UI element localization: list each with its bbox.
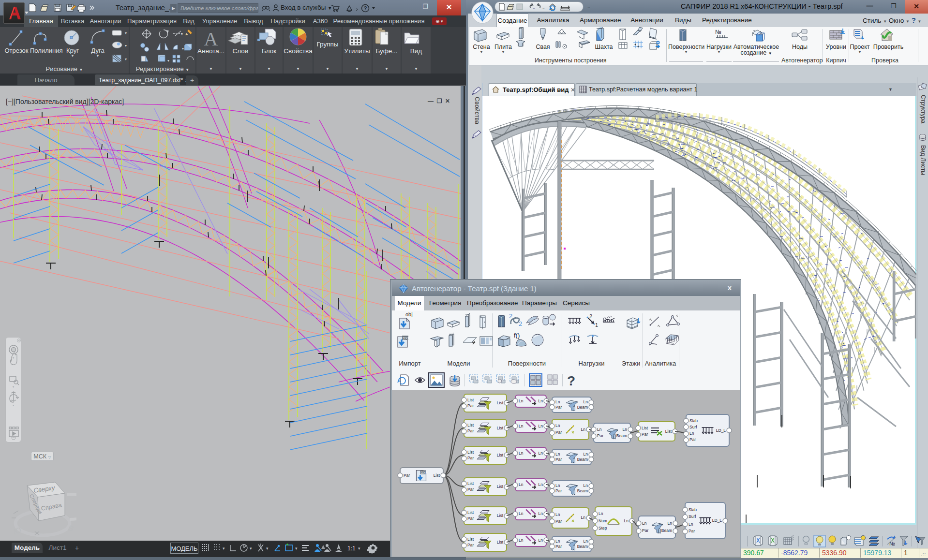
svg-text:Ln: Ln — [584, 452, 588, 457]
svg-text:Ln: Ln — [624, 518, 629, 523]
svg-text:Ln: Ln — [581, 515, 586, 520]
svg-text:А: А — [204, 28, 218, 48]
svg-text:▾: ▾ — [182, 46, 184, 51]
svg-text:List: List — [497, 513, 504, 518]
svg-text:▾: ▾ — [266, 546, 269, 551]
svg-text:2: 2 — [589, 313, 592, 319]
svg-text:Ln: Ln — [519, 511, 524, 516]
svg-text:List: List — [467, 481, 474, 486]
svg-text:Ln: Ln — [584, 399, 588, 404]
svg-text:Ln: Ln — [584, 539, 588, 544]
svg-text:List: List — [467, 537, 474, 542]
svg-text:2: 2 — [519, 320, 522, 327]
svg-text:Par: Par — [467, 516, 474, 521]
svg-text:Beam: Beam — [616, 433, 627, 438]
svg-text:Par: Par — [555, 430, 562, 435]
svg-text:Par: Par — [467, 487, 474, 492]
svg-text:⌄: ⌄ — [532, 6, 536, 10]
svg-text:Par: Par — [555, 488, 562, 493]
svg-text:▾: ▾ — [181, 32, 183, 36]
svg-text:Ln: Ln — [539, 451, 543, 456]
svg-text:▾: ▾ — [223, 546, 225, 551]
svg-text:Ln: Ln — [519, 398, 524, 403]
svg-text:Par: Par — [689, 437, 696, 442]
svg-text:?: ? — [364, 5, 367, 11]
svg-text:Beam: Beam — [661, 528, 672, 533]
svg-text:Ln: Ln — [599, 511, 603, 516]
svg-text:obj: obj — [405, 311, 413, 317]
svg-text:Par: Par — [467, 403, 474, 408]
svg-text:DXF: DXF — [403, 336, 410, 340]
svg-text:List: List — [467, 398, 474, 402]
svg-text:№: № — [889, 541, 895, 546]
svg-text:▾: ▾ — [125, 57, 127, 61]
svg-text:Ln: Ln — [519, 538, 524, 543]
svg-text:№: № — [715, 29, 721, 35]
svg-text:Par: Par — [642, 528, 648, 533]
svg-text:Surf: Surf — [689, 425, 697, 429]
svg-text:▾: ▾ — [167, 59, 169, 63]
svg-text:Ln: Ln — [623, 427, 628, 432]
svg-text:Ln: Ln — [689, 522, 693, 527]
svg-text:f(): f() — [514, 332, 520, 339]
svg-text:▾: ▾ — [358, 546, 360, 551]
svg-text:Ln: Ln — [642, 521, 647, 526]
svg-text:▾: ▾ — [295, 546, 298, 551]
svg-text:LD_L: LD_L — [716, 428, 726, 433]
svg-text:1:1: 1:1 — [347, 545, 356, 552]
svg-text:1: 1 — [595, 322, 598, 328]
svg-text:▾: ▾ — [125, 44, 127, 48]
svg-text:Par: Par — [689, 529, 695, 533]
svg-text:Ln: Ln — [689, 431, 694, 436]
svg-text:List: List — [497, 484, 504, 489]
svg-text:Ln: Ln — [539, 511, 543, 516]
svg-text:Ln: Ln — [539, 398, 543, 403]
svg-text:Par: Par — [555, 519, 562, 524]
svg-text:List: List — [497, 426, 504, 430]
svg-text:Par: Par — [404, 473, 410, 478]
svg-text:Step: Step — [599, 526, 607, 531]
svg-text:List: List — [665, 429, 672, 434]
svg-text:▾: ▾ — [13, 356, 14, 359]
svg-text:Ln: Ln — [597, 427, 602, 432]
svg-text:2: 2 — [509, 312, 512, 320]
svg-text:Beam: Beam — [577, 544, 588, 549]
svg-text:Ln: Ln — [555, 423, 560, 428]
svg-text:Num: Num — [599, 518, 607, 523]
svg-text:Par: Par — [555, 405, 562, 410]
svg-text:Ln: Ln — [555, 452, 560, 457]
svg-text:Par: Par — [642, 432, 648, 437]
svg-text:?: ? — [567, 373, 575, 388]
svg-text:Ln: Ln — [519, 482, 524, 487]
svg-text:Ln: Ln — [555, 539, 560, 544]
svg-text:Slab: Slab — [689, 507, 697, 512]
svg-text:▾: ▾ — [125, 31, 127, 35]
svg-text:Par: Par — [467, 456, 474, 460]
svg-text:Ю: Ю — [12, 526, 23, 536]
svg-text:Ln: Ln — [555, 483, 560, 488]
svg-text:Ln: Ln — [539, 424, 543, 428]
svg-text:List: List — [497, 540, 504, 545]
svg-text:List: List — [434, 473, 440, 478]
svg-text:▾: ▾ — [13, 385, 14, 388]
svg-text:Par: Par — [555, 457, 562, 462]
svg-text:Ln: Ln — [539, 482, 543, 487]
svg-text:Par: Par — [555, 544, 562, 549]
svg-text:Ln: Ln — [584, 483, 588, 488]
svg-text:Ln: Ln — [555, 512, 560, 517]
svg-text:Surf: Surf — [689, 514, 696, 519]
svg-text:Beam: Beam — [577, 405, 588, 410]
svg-text:Par: Par — [467, 543, 474, 547]
svg-text:DXF: DXF — [421, 471, 428, 474]
svg-text:Ln: Ln — [519, 424, 524, 428]
svg-text:Par: Par — [597, 433, 603, 438]
svg-text:Ln: Ln — [581, 427, 586, 432]
svg-text:LD_L: LD_L — [712, 518, 722, 523]
svg-text:List: List — [497, 400, 504, 405]
svg-text:▾: ▾ — [250, 546, 252, 551]
svg-text:Ln: Ln — [555, 399, 560, 404]
svg-text:List: List — [467, 423, 474, 427]
svg-text:Beam: Beam — [577, 457, 588, 462]
svg-text:Ln: Ln — [539, 538, 543, 543]
svg-text:List: List — [467, 510, 474, 515]
